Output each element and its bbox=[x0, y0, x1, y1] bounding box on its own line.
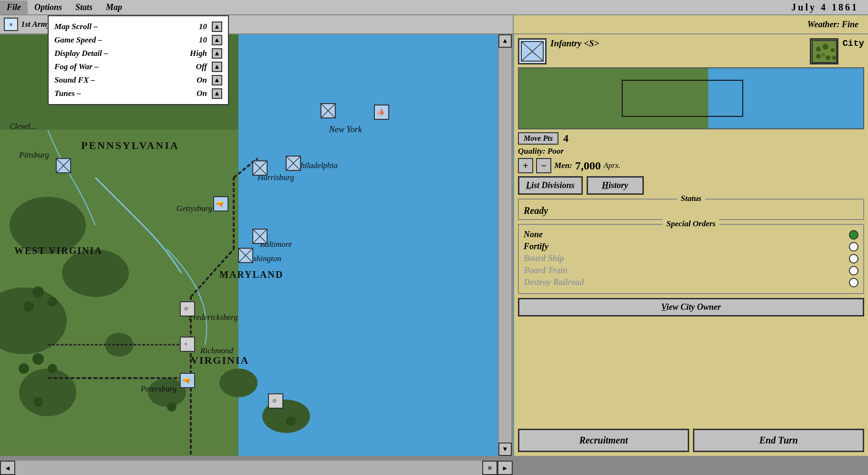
scroll-minimap-btn[interactable]: ⊞ bbox=[482, 461, 497, 475]
minus-button[interactable]: − bbox=[536, 158, 551, 173]
display-detail-arrow[interactable]: ▲ bbox=[212, 48, 222, 59]
svg-point-80 bbox=[831, 48, 835, 52]
order-board-train-radio bbox=[849, 266, 858, 275]
unit-info-top: Infantry <S> City bbox=[518, 38, 864, 64]
plus-button[interactable]: + bbox=[518, 158, 533, 173]
svg-text:Petersburg: Petersburg bbox=[140, 384, 176, 393]
tunes-arrow[interactable]: ▲ bbox=[212, 88, 222, 99]
view-city-owner-button[interactable]: View City Owner bbox=[518, 298, 864, 317]
option-display-detail: Display Detail – High ▲ bbox=[49, 47, 228, 60]
svg-point-13 bbox=[32, 286, 44, 298]
svg-text:+: + bbox=[184, 341, 187, 348]
move-pts-value: 4 bbox=[563, 132, 568, 145]
status-section-title: Status bbox=[677, 194, 705, 203]
svg-text:Clevel...: Clevel... bbox=[10, 122, 36, 131]
order-board-ship: Board Ship bbox=[524, 253, 858, 264]
svg-text:⊘: ⊘ bbox=[272, 397, 277, 405]
movepts-row: Move Pts 4 bbox=[518, 132, 864, 145]
order-board-train: Board Train bbox=[524, 265, 858, 275]
menu-file[interactable]: File bbox=[0, 0, 28, 14]
option-fog-of-war: Fog of War – Off ▲ bbox=[49, 60, 228, 74]
svg-point-8 bbox=[19, 369, 76, 416]
svg-text:Fredericksberg: Fredericksberg bbox=[188, 313, 238, 322]
svg-point-19 bbox=[33, 397, 43, 407]
map-scroll-arrow[interactable]: ▲ bbox=[212, 21, 222, 32]
option-map-scroll: Map Scroll – 10 ▲ bbox=[49, 20, 228, 33]
menu-options[interactable]: Options bbox=[28, 0, 69, 14]
city-label: City bbox=[842, 38, 864, 49]
order-none-radio[interactable] bbox=[849, 230, 858, 240]
stats-row: + − Men: 7,000 Aprx. bbox=[518, 158, 864, 173]
men-value: 7,000 bbox=[575, 159, 601, 172]
right-panel: Infantry <S> City bbox=[513, 34, 868, 456]
special-orders-box: Special Orders None Fortify Board Ship B… bbox=[518, 224, 864, 294]
option-game-speed: Game Speed – 10 ▲ bbox=[49, 33, 228, 47]
vertical-scrollbar: ▲ ▼ bbox=[498, 34, 512, 456]
svg-text:Richmond: Richmond bbox=[200, 346, 233, 355]
bottom-buttons: Recruitment End Turn bbox=[518, 429, 864, 452]
scroll-up-arrow[interactable]: ▲ bbox=[498, 34, 512, 48]
order-destroy-railroad-radio bbox=[849, 278, 858, 287]
view-city-button-container: View City Owner bbox=[518, 298, 864, 317]
order-none-label: None bbox=[524, 230, 849, 240]
svg-point-81 bbox=[816, 54, 821, 59]
menu-map[interactable]: Map bbox=[99, 0, 129, 14]
quality-line: Quality: Poor bbox=[518, 147, 864, 156]
svg-text:Philadelphia: Philadelphia bbox=[295, 161, 338, 170]
svg-point-21 bbox=[286, 416, 296, 426]
svg-text:New York: New York bbox=[329, 125, 362, 134]
unit-icon bbox=[518, 38, 547, 64]
menu-bar: File Options Stats Map July 4 1861 bbox=[0, 0, 868, 15]
order-destroy-railroad: Destroy Railroad bbox=[524, 277, 858, 287]
move-pts-label: Move Pts bbox=[518, 132, 558, 145]
city-icon bbox=[810, 38, 838, 64]
fog-of-war-arrow[interactable]: ▲ bbox=[212, 62, 222, 72]
svg-point-17 bbox=[48, 364, 57, 373]
mini-map[interactable] bbox=[518, 67, 864, 129]
list-divisions-button[interactable]: List Divisions bbox=[518, 176, 583, 195]
men-label: Men: bbox=[554, 161, 572, 170]
unit-badge-small: ✕ bbox=[4, 18, 18, 31]
special-orders-title: Special Orders bbox=[662, 219, 719, 229]
order-board-train-label: Board Train bbox=[524, 265, 849, 275]
date-display: July 4 1861 bbox=[791, 2, 858, 13]
history-button[interactable]: History bbox=[587, 176, 644, 195]
order-fortify-radio[interactable] bbox=[849, 242, 858, 252]
svg-point-84 bbox=[821, 53, 825, 57]
svg-text:VIRGINIA: VIRGINIA bbox=[191, 354, 249, 366]
options-dropdown: Map Scroll – 10 ▲ Game Speed – 10 ▲ Disp… bbox=[48, 15, 229, 105]
scroll-right-arrow[interactable]: ▶ bbox=[497, 461, 513, 475]
men-aprx: Aprx. bbox=[604, 161, 620, 170]
end-turn-button[interactable]: End Turn bbox=[693, 429, 864, 452]
svg-point-14 bbox=[48, 297, 57, 306]
menu-stats[interactable]: Stats bbox=[69, 0, 99, 14]
svg-text:🔫: 🔫 bbox=[182, 377, 191, 385]
svg-point-78 bbox=[816, 47, 821, 52]
scroll-down-arrow[interactable]: ▼ bbox=[498, 443, 512, 456]
city-label-container: City bbox=[842, 38, 864, 49]
svg-text:MARYLAND: MARYLAND bbox=[219, 269, 283, 280]
svg-point-15 bbox=[23, 301, 34, 312]
horizontal-scrollbar: ◀ ⊞ ▶ bbox=[0, 460, 513, 475]
order-board-ship-radio bbox=[849, 254, 858, 264]
svg-text:⊘: ⊘ bbox=[184, 305, 188, 313]
svg-point-18 bbox=[19, 363, 29, 374]
svg-text:Pittsburg: Pittsburg bbox=[19, 150, 49, 159]
sound-fx-arrow[interactable]: ▲ bbox=[212, 75, 222, 85]
svg-point-20 bbox=[167, 402, 176, 412]
svg-text:🔫: 🔫 bbox=[216, 200, 224, 208]
status-value: Ready bbox=[524, 202, 858, 216]
svg-rect-86 bbox=[708, 68, 863, 128]
weather-display: Weather: Fine bbox=[513, 15, 868, 34]
action-buttons: List Divisions History bbox=[518, 176, 864, 195]
order-fortify-label: Fortify bbox=[524, 242, 849, 252]
order-none[interactable]: None bbox=[524, 230, 858, 240]
recruitment-button[interactable]: Recruitment bbox=[518, 429, 689, 452]
option-tunes: Tunes – On ▲ bbox=[49, 87, 228, 100]
svg-point-82 bbox=[826, 55, 830, 60]
svg-point-79 bbox=[823, 44, 828, 50]
game-speed-arrow[interactable]: ▲ bbox=[212, 35, 222, 45]
scroll-left-arrow[interactable]: ◀ bbox=[0, 461, 15, 475]
order-fortify[interactable]: Fortify bbox=[524, 242, 858, 252]
order-board-ship-label: Board Ship bbox=[524, 253, 849, 264]
